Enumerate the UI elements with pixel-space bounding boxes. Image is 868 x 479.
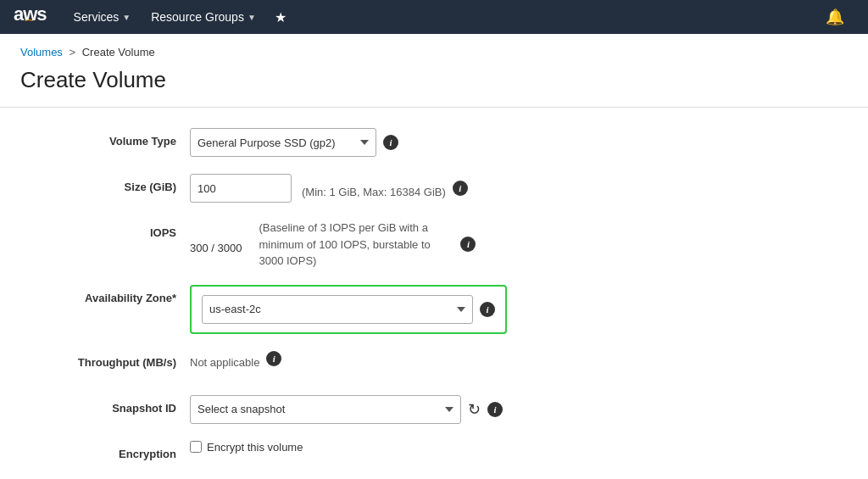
encryption-row: Encryption Encrypt this volume [20, 441, 743, 471]
iops-info-icon[interactable]: i [460, 237, 476, 252]
size-input[interactable] [190, 174, 292, 203]
snapshot-id-select[interactable]: Select a snapshot [190, 395, 461, 424]
volume-type-label: Volume Type [20, 128, 190, 148]
availability-zone-select[interactable]: us-east-2c [202, 295, 473, 324]
volume-type-info-icon[interactable]: i [383, 135, 398, 150]
availability-zone-row: Availability Zone* us-east-2c i [20, 285, 743, 334]
volume-type-controls: General Purpose SSD (gp2) i [190, 128, 743, 157]
iops-description: (Baseline of 3 IOPS per GiB with a minim… [259, 220, 453, 270]
snapshot-info-icon[interactable]: i [487, 402, 503, 417]
iops-controls: 300 / 3000 (Baseline of 3 IOPS per GiB w… [190, 220, 743, 270]
snapshot-refresh-icon[interactable]: ↻ [468, 400, 481, 419]
size-controls: (Min: 1 GiB, Max: 16384 GiB) i [190, 174, 743, 203]
nav-resource-groups-chevron-icon: ▼ [248, 13, 256, 22]
encryption-checkbox-label: Encrypt this volume [207, 441, 303, 454]
encryption-checkbox-row: Encrypt this volume [190, 441, 303, 454]
breadcrumb-volumes-link[interactable]: Volumes [20, 46, 63, 58]
nav-services[interactable]: Services ▼ [64, 0, 142, 34]
throughput-value: Not applicable [190, 349, 259, 369]
snapshot-id-controls: Select a snapshot ↻ i [190, 395, 743, 424]
throughput-info-icon[interactable]: i [266, 351, 281, 366]
iops-value: 300 / 3000 [190, 235, 242, 254]
iops-label: IOPS [20, 220, 190, 239]
availability-zone-highlight-box: us-east-2c i [190, 285, 507, 334]
page-title: Create Volume [0, 64, 868, 108]
snapshot-id-label: Snapshot ID [20, 395, 190, 415]
throughput-controls: Not applicable i [190, 349, 743, 369]
size-row: Size (GiB) (Min: 1 GiB, Max: 16384 GiB) … [20, 174, 743, 204]
throughput-row: Throughput (MB/s) Not applicable i [20, 349, 743, 380]
encryption-controls: Encrypt this volume [190, 441, 743, 454]
breadcrumb-separator: > [70, 46, 76, 58]
top-nav: aws ⁀ Services ▼ Resource Groups ▼ ★ 🔔 [0, 0, 868, 34]
iops-row: IOPS 300 / 3000 (Baseline of 3 IOPS per … [20, 220, 743, 270]
nav-resource-groups[interactable]: Resource Groups ▼ [141, 0, 266, 34]
volume-type-row: Volume Type General Purpose SSD (gp2) i [20, 128, 743, 159]
throughput-label: Throughput (MB/s) [20, 349, 190, 369]
breadcrumb-current: Create Volume [82, 46, 155, 58]
volume-type-select[interactable]: General Purpose SSD (gp2) [190, 128, 376, 157]
encryption-label: Encryption [20, 441, 190, 460]
availability-zone-info-icon[interactable]: i [480, 302, 495, 317]
size-info-icon[interactable]: i [453, 181, 468, 196]
encryption-checkbox[interactable] [190, 441, 202, 453]
create-volume-form: Volume Type General Purpose SSD (gp2) i … [0, 128, 763, 479]
nav-notifications-bell-icon[interactable]: 🔔 [815, 8, 854, 26]
nav-resource-groups-label: Resource Groups [151, 10, 244, 24]
availability-zone-controls: us-east-2c i [190, 285, 743, 334]
nav-services-chevron-icon: ▼ [122, 13, 131, 22]
aws-logo: aws ⁀ [14, 5, 47, 30]
snapshot-id-row: Snapshot ID Select a snapshot ↻ i [20, 395, 743, 426]
nav-favorites-star-icon[interactable]: ★ [266, 9, 295, 25]
nav-services-label: Services [74, 10, 120, 24]
size-label: Size (GiB) [20, 174, 190, 193]
size-hint: (Min: 1 GiB, Max: 16384 GiB) [302, 178, 446, 198]
breadcrumb: Volumes > Create Volume [0, 34, 868, 64]
availability-zone-label: Availability Zone* [20, 285, 190, 304]
